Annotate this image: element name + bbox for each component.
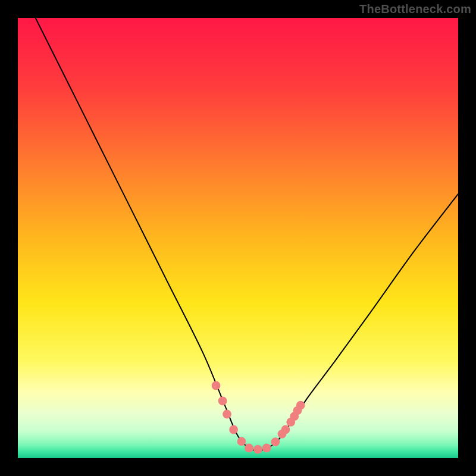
marker-point	[262, 444, 271, 453]
marker-point	[218, 396, 227, 405]
marker-point	[245, 444, 253, 453]
marker-point	[271, 437, 280, 446]
marker-point	[253, 445, 262, 454]
plot-area	[18, 18, 458, 458]
marker-point	[223, 410, 231, 419]
chart-frame: TheBottleneck.com	[0, 0, 476, 476]
marker-point	[237, 437, 246, 446]
attribution-label: TheBottleneck.com	[359, 2, 471, 16]
marker-point	[229, 425, 238, 434]
plot-svg	[18, 18, 458, 458]
marker-point	[212, 381, 221, 390]
marker-point	[281, 425, 290, 434]
gradient-background	[18, 18, 458, 458]
marker-point	[296, 401, 305, 410]
